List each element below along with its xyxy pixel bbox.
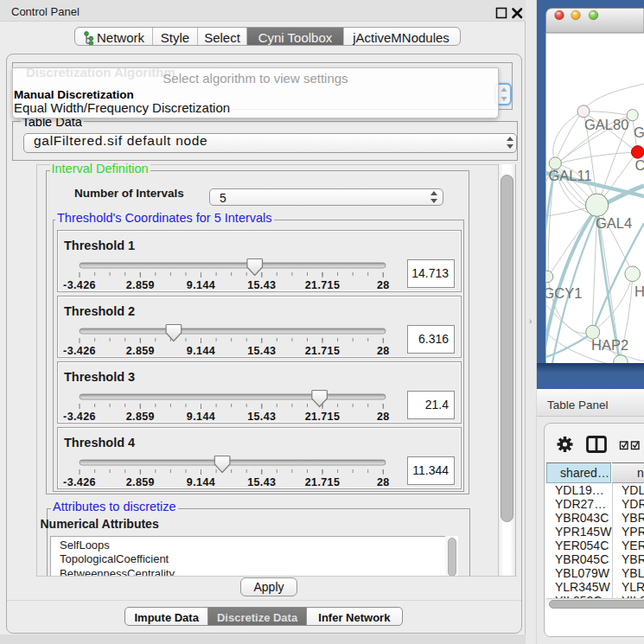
svg-text:HAP2: HAP2 (591, 337, 628, 353)
svg-text:28: 28 (377, 411, 390, 423)
svg-text:15.43: 15.43 (247, 411, 276, 423)
svg-text:9.144: 9.144 (187, 279, 215, 291)
svg-text:H: H (634, 284, 644, 299)
svg-text:-3.426: -3.426 (63, 476, 96, 488)
svg-text:2.859: 2.859 (126, 476, 155, 488)
svg-text:21.715: 21.715 (305, 279, 341, 291)
svg-text:21.715: 21.715 (305, 476, 341, 488)
svg-text:-3.426: -3.426 (63, 279, 96, 291)
svg-text:-3.426: -3.426 (63, 411, 96, 423)
svg-text:15.43: 15.43 (247, 279, 276, 291)
svg-text:15.43: 15.43 (247, 345, 276, 357)
svg-text:28: 28 (377, 345, 390, 357)
svg-text:2.859: 2.859 (126, 411, 155, 423)
svg-text:GCY1: GCY1 (544, 285, 583, 301)
svg-text:2.859: 2.859 (126, 279, 155, 291)
svg-text:C: C (635, 157, 644, 173)
svg-text:21.715: 21.715 (305, 411, 341, 423)
svg-text:28: 28 (377, 279, 390, 291)
svg-text:9.144: 9.144 (187, 411, 215, 423)
svg-text:21.715: 21.715 (305, 345, 341, 357)
svg-text:2.859: 2.859 (126, 345, 155, 357)
svg-text:GAL11: GAL11 (549, 168, 592, 183)
svg-text:28: 28 (377, 476, 390, 488)
svg-text:9.144: 9.144 (187, 345, 215, 357)
svg-text:GAL4: GAL4 (596, 215, 632, 231)
svg-text:-3.426: -3.426 (63, 345, 96, 357)
svg-text:GAL80: GAL80 (584, 117, 628, 132)
svg-text:9.144: 9.144 (187, 476, 215, 488)
svg-text:15.43: 15.43 (247, 476, 276, 488)
svg-text:GA: GA (634, 124, 644, 140)
